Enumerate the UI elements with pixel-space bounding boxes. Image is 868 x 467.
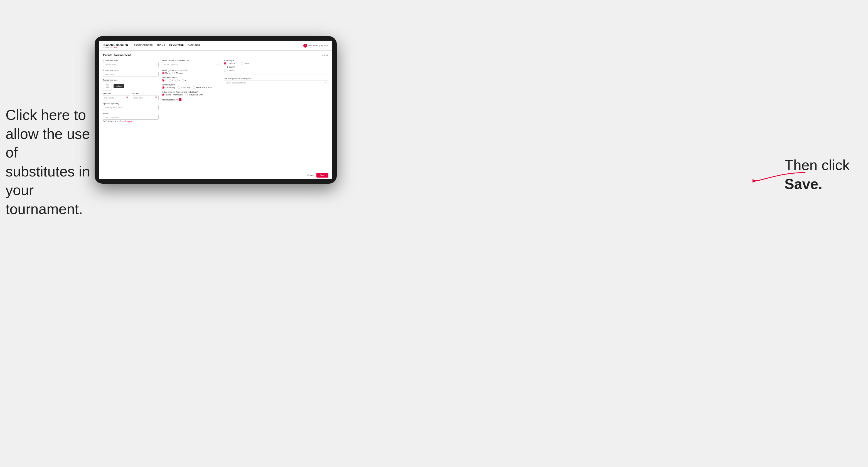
format-5count4-label: 5 count 4 xyxy=(227,62,235,64)
gender-womens-radio[interactable]: Womens xyxy=(172,72,183,74)
sponsor-label: Sponsor (optional) xyxy=(103,102,159,104)
gender-field: Which gender is the event for? Mens Wome… xyxy=(162,69,220,74)
scoring-radio-group: Stroke Play Match Play Medal Match Play xyxy=(162,86,220,89)
nav-item-teams[interactable]: TEAMS xyxy=(157,44,165,47)
venue-placeholder: Search golf club xyxy=(105,116,119,118)
cancel-button[interactable]: Cancel xyxy=(307,174,314,177)
nav-user-label: blair admin xyxy=(308,44,318,46)
form-col-left: Tournament Host Search team ▾ Tournament… xyxy=(103,60,159,168)
rounds-4-radio[interactable]: 4 xyxy=(182,79,186,82)
radio-circle-medal xyxy=(193,86,195,89)
nav-item-committee[interactable]: COMMITTEE xyxy=(169,44,184,47)
scoring-system-label: Scoring system xyxy=(162,84,220,86)
scoring-medal-radio[interactable]: Medal Match Play xyxy=(193,86,212,89)
calendar-icon: 📅 xyxy=(126,97,129,99)
page-title: Create Tournament xyxy=(103,54,131,57)
gender-mens-label: Mens xyxy=(165,72,170,74)
page-content: Create Tournament < Back Tournament Host… xyxy=(99,51,332,171)
tournament-name-field: Tournament name Enter name xyxy=(103,69,159,77)
format-type-field: Format type 5 count 4 Other xyxy=(224,60,329,72)
event-teams-label: Teams (+Individuals) xyxy=(165,94,183,96)
logo-scoreboard: SCOREBOARD xyxy=(103,43,128,46)
chevron-down-icon-division: ▾ xyxy=(217,63,218,66)
radio-circle-individuals xyxy=(185,94,188,96)
nav-sign-out[interactable]: Sign out xyxy=(320,44,328,46)
nav-item-rankings[interactable]: RANKINGS xyxy=(188,44,200,47)
rounds-2-radio[interactable]: 2 xyxy=(168,79,173,82)
rounds-3-label: 3 xyxy=(179,79,180,81)
svg-point-3 xyxy=(106,85,107,86)
format-type-label: Format type xyxy=(224,60,329,62)
logo-placeholder-icon xyxy=(103,82,112,90)
rounds-1-label: 1 xyxy=(165,79,166,81)
nav-logo: SCOREBOARD Powered by clippd xyxy=(103,43,128,48)
format-6count4-radio[interactable]: 6 count 4 xyxy=(224,66,329,68)
venue-input[interactable]: Search golf club ▾ xyxy=(103,115,159,120)
allow-substitutes-label: Allow substitutes? xyxy=(162,99,178,101)
scoring-stroke-radio[interactable]: Stroke Play xyxy=(162,86,175,89)
chevron-down-icon-venue: ▾ xyxy=(156,116,157,118)
event-teams-radio[interactable]: Teams (+Individuals) xyxy=(162,94,183,96)
venue-email-support-link[interactable]: email support xyxy=(122,120,132,122)
logo-powered: Powered by clippd xyxy=(103,46,128,48)
allow-substitutes-checkbox-row[interactable]: Allow substitutes? ✓ xyxy=(162,98,220,101)
tablet-screen: SCOREBOARD Powered by clippd TOURNAMENTS… xyxy=(99,41,332,179)
tournament-host-input[interactable]: Search team ▾ xyxy=(103,62,159,67)
venue-help-text: Can't find your venue? email support xyxy=(103,120,159,122)
tournament-name-input[interactable]: Enter name xyxy=(103,72,159,77)
scoring-api-select[interactable]: Select a scoring service ▾ xyxy=(224,80,329,85)
form-col-right: Format type 5 count 4 Other xyxy=(224,60,329,168)
end-date-input[interactable]: Pick a date 📅 xyxy=(132,95,159,100)
event-type-field: Is this event for Teams and/or Individua… xyxy=(162,91,220,96)
scoring-api-field: Use third-party live scoring API? Select… xyxy=(224,77,329,85)
radio-circle-6count4 xyxy=(224,66,226,68)
form-layout: Tournament Host Search team ▾ Tournament… xyxy=(103,60,329,168)
nav-separator: | xyxy=(319,44,319,46)
nav-user: B blair admin | Sign out xyxy=(303,44,328,48)
rounds-3-radio[interactable]: 3 xyxy=(175,79,180,82)
chevron-down-icon: ▾ xyxy=(156,63,157,66)
scoring-medal-label: Medal Match Play xyxy=(196,87,212,89)
radio-circle-4 xyxy=(182,79,185,82)
nav-item-tournaments[interactable]: TOURNAMENTS xyxy=(134,44,153,47)
tournament-name-placeholder: Enter name xyxy=(105,73,115,75)
gender-mens-radio[interactable]: Mens xyxy=(162,72,170,74)
event-type-label: Is this event for Teams and/or Individua… xyxy=(162,91,220,93)
upload-button[interactable]: Upload xyxy=(114,84,124,88)
division-select[interactable]: NCAA Division I ▾ xyxy=(162,62,220,67)
radio-circle-teams xyxy=(162,94,164,96)
annotation-left-line4: tournament. xyxy=(6,201,83,217)
radio-circle-2 xyxy=(168,79,171,82)
calendar-icon-end: 📅 xyxy=(155,97,157,99)
arrow-right xyxy=(752,170,808,184)
sponsor-input[interactable]: Enter sponsor name xyxy=(103,105,159,110)
division-label: Which division is the event for? xyxy=(162,60,220,62)
event-individuals-radio[interactable]: Individuals Only xyxy=(185,94,202,96)
annotation-left: Click here to allow the use of substitut… xyxy=(6,106,95,219)
end-date-field: End date Pick a date 📅 xyxy=(132,93,159,100)
format-other-radio[interactable]: Other xyxy=(241,62,249,65)
start-date-input[interactable]: Pick a date 📅 xyxy=(103,95,130,100)
tournament-logo-label: Tournament logo xyxy=(103,79,159,81)
scoring-api-placeholder: Select a scoring service xyxy=(226,82,246,84)
radio-circle-1 xyxy=(162,79,164,82)
format-other-label: Other xyxy=(244,62,249,64)
scoring-match-radio[interactable]: Match Play xyxy=(178,86,191,89)
format-options-group: 5 count 4 Other 6 count 4 xyxy=(224,62,329,72)
gender-womens-label: Womens xyxy=(176,72,183,74)
venue-field: Venue Search golf club ▾ Can't find your… xyxy=(103,112,159,122)
format-6count5-radio[interactable]: 6 count 5 xyxy=(224,69,329,72)
page-header: Create Tournament < Back xyxy=(103,54,329,57)
rounds-field: Number of rounds 1 2 xyxy=(162,76,220,82)
allow-substitutes-checkbox[interactable]: ✓ xyxy=(179,98,181,101)
back-button[interactable]: < Back xyxy=(321,54,329,57)
sponsor-field: Sponsor (optional) Enter sponsor name xyxy=(103,102,159,110)
scoring-api-label: Use third-party live scoring API? xyxy=(224,77,329,80)
rounds-1-radio[interactable]: 1 xyxy=(162,79,166,82)
division-field: Which division is the event for? NCAA Di… xyxy=(162,60,220,67)
section-divider xyxy=(224,74,329,75)
chevron-down-icon-scoring: ▾ xyxy=(325,82,327,84)
nav-bar: SCOREBOARD Powered by clippd TOURNAMENTS… xyxy=(99,41,332,51)
format-5count4-radio[interactable]: 5 count 4 xyxy=(224,62,235,65)
save-button[interactable]: Save xyxy=(316,173,329,178)
